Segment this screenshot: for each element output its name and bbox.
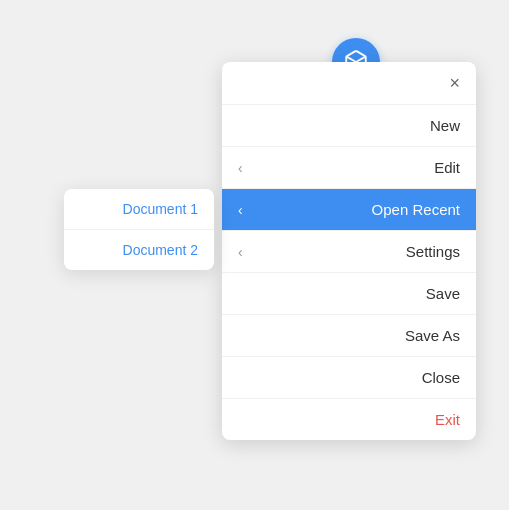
menu-item-save-as[interactable]: Save As: [222, 315, 476, 357]
close-icon: ×: [449, 73, 460, 93]
menu-item-settings[interactable]: ‹ Settings: [222, 231, 476, 273]
menu-item-close[interactable]: Close: [222, 357, 476, 399]
menu-item-new[interactable]: New: [222, 105, 476, 147]
menu-item-exit-label: Exit: [435, 411, 460, 428]
submenu-item-doc2-label: Document 2: [123, 242, 198, 258]
menu-item-exit[interactable]: Exit: [222, 399, 476, 440]
menu-header: ×: [222, 62, 476, 105]
submenu-item-doc2[interactable]: Document 2: [64, 230, 214, 270]
menu-item-save-label: Save: [426, 285, 460, 302]
main-dropdown-menu: × New ‹ Edit ‹ Open Recent Document 1 Do…: [222, 62, 476, 440]
menu-item-edit-label: Edit: [434, 159, 460, 176]
menu-item-save-as-label: Save As: [405, 327, 460, 344]
chevron-left-icon: ‹: [238, 244, 243, 260]
chevron-left-icon: ‹: [238, 160, 243, 176]
menu-item-close-label: Close: [422, 369, 460, 386]
menu-item-edit[interactable]: ‹ Edit: [222, 147, 476, 189]
submenu-item-doc1[interactable]: Document 1: [64, 189, 214, 230]
submenu-open-recent: Document 1 Document 2: [64, 189, 214, 270]
menu-item-open-recent[interactable]: ‹ Open Recent Document 1 Document 2: [222, 189, 476, 231]
chevron-left-icon: ‹: [238, 202, 243, 218]
menu-item-settings-label: Settings: [406, 243, 460, 260]
menu-item-new-label: New: [430, 117, 460, 134]
close-menu-button[interactable]: ×: [447, 72, 462, 94]
menu-item-open-recent-label: Open Recent: [372, 201, 460, 218]
menu-item-save[interactable]: Save: [222, 273, 476, 315]
submenu-item-doc1-label: Document 1: [123, 201, 198, 217]
